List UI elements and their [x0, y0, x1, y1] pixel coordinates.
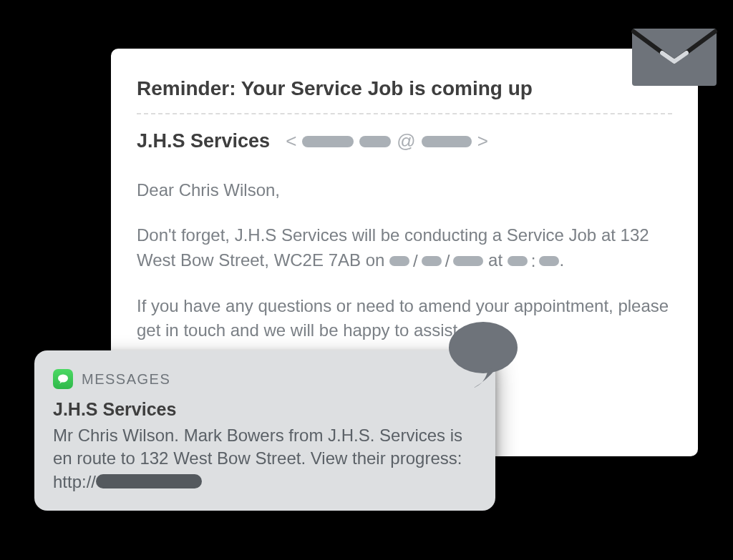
redacted-block [359, 136, 391, 147]
sms-card: MESSAGES J.H.S Services Mr Chris Wilson.… [34, 350, 495, 511]
redacted-block [389, 256, 409, 266]
at-symbol: @ [397, 130, 415, 152]
email-sender-name: J.H.S Services [137, 130, 270, 152]
email-sender-row: J.H.S Services < @ > [137, 130, 672, 152]
sms-body: Mr Chris Wilson. Mark Bowers from J.H.S.… [53, 424, 477, 493]
sms-header: MESSAGES [53, 369, 477, 389]
redacted-block [508, 256, 528, 266]
email-paragraph-2: If you have any questions or need to ame… [137, 294, 672, 344]
redacted-block [422, 256, 442, 266]
redacted-block [302, 136, 354, 147]
email-text: at [488, 250, 508, 270]
email-subject: Reminder: Your Service Job is coming up [137, 77, 672, 100]
messages-app-icon [53, 369, 73, 389]
envelope-icon [631, 26, 718, 89]
slash: / [445, 249, 450, 274]
redacted-time: : [508, 249, 560, 274]
email-sender-address: < @ > [286, 130, 488, 152]
sms-app-label: MESSAGES [82, 371, 170, 388]
chat-bubble-icon [444, 319, 523, 390]
redacted-block [539, 256, 559, 266]
svg-point-2 [58, 375, 68, 383]
angle-close: > [477, 130, 488, 152]
sms-sender: J.H.S Services [53, 399, 477, 420]
svg-point-1 [449, 322, 518, 373]
email-divider [137, 113, 672, 114]
period: . [559, 250, 564, 270]
redacted-url [96, 474, 202, 488]
redacted-block [453, 256, 483, 266]
colon: : [531, 249, 536, 274]
email-body: Dear Chris Wilson, Don't forget, J.H.S S… [137, 178, 672, 343]
slash: / [413, 249, 418, 274]
email-paragraph-1: Don't forget, J.H.S Services will be con… [137, 223, 672, 274]
angle-open: < [286, 130, 296, 152]
redacted-block [422, 136, 472, 147]
redacted-date: / / [389, 249, 483, 274]
email-greeting: Dear Chris Wilson, [137, 178, 672, 203]
